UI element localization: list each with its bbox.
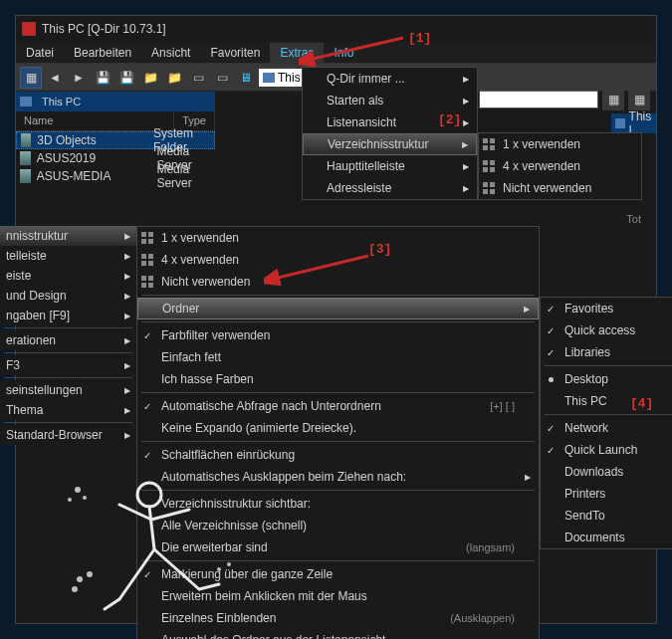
annotation-4: [4]: [630, 396, 653, 411]
menu-libraries[interactable]: ✓Libraries: [541, 341, 672, 363]
fwd-button[interactable]: ►: [68, 67, 90, 89]
menu-auswahl-ordner[interactable]: Auswahl des Ordner aus der Listenansicht: [137, 629, 539, 639]
check-icon: ✓: [547, 423, 555, 434]
r-btn-2[interactable]: ▦: [628, 89, 650, 110]
menu-ansicht[interactable]: Ansicht: [141, 43, 200, 63]
menu-verzeichnisstruktur[interactable]: Verzeichnisstruktur▶: [303, 133, 477, 155]
menu-separator: [141, 392, 535, 393]
menu-separator: [141, 490, 535, 491]
menu-ordner[interactable]: Ordner▶: [137, 298, 539, 320]
menu-nicht-verwenden[interactable]: Nicht verwenden: [479, 177, 641, 199]
menu-farbfilter[interactable]: ✓Farbfilter verwenden: [137, 324, 539, 346]
app2-button[interactable]: ▭: [211, 67, 233, 89]
menu-desktop[interactable]: Desktop: [541, 368, 672, 390]
chevron-right-icon: ▶: [124, 406, 130, 415]
menu-favoriten[interactable]: Favoriten: [200, 43, 270, 63]
menu-markierung[interactable]: ✓Markierung über die ganze Zeile: [137, 563, 539, 585]
menu-1x-verwenden-2[interactable]: 1 x verwenden: [137, 227, 539, 249]
ls-browser[interactable]: Standard-Browser▶: [0, 425, 136, 445]
menu-keine-expando[interactable]: Keine Expando (animierte Dreiecke).: [137, 417, 539, 439]
menu-quick-access[interactable]: ✓Quick access: [541, 320, 672, 341]
r-btn-1[interactable]: ▦: [602, 89, 624, 110]
menu-erweiterbar[interactable]: Die erweiterbar sind(langsam): [137, 536, 539, 558]
menu-haupttitelleiste[interactable]: Haupttitelleiste▶: [303, 155, 477, 177]
menu-bearbeiten[interactable]: Bearbeiten: [64, 43, 141, 63]
grid-icon: [141, 276, 153, 288]
tab-this-pc[interactable]: This PC: [36, 94, 87, 109]
tab-pc-icon: [20, 97, 32, 106]
menu-separator: [545, 414, 672, 415]
file-row[interactable]: ASUS-MEDIA Media Server: [16, 167, 215, 185]
menu-einzelnes[interactable]: Einzelnes Einblenden(Ausklappen): [137, 607, 539, 629]
menu-qdir-immer[interactable]: Q-Dir immer ...▶: [303, 68, 477, 90]
menu-downloads[interactable]: Downloads: [541, 461, 672, 483]
extras-menu: Q-Dir immer ...▶ Starten als▶ Listenansi…: [302, 67, 478, 200]
ls-eiste[interactable]: eiste▶: [0, 266, 136, 286]
menu-separator: [4, 327, 132, 328]
chevron-right-icon: ▶: [124, 431, 130, 440]
menu-auto-ausklappen[interactable]: Automatisches Ausklappen beim Ziehen nac…: [137, 466, 539, 488]
disk-button[interactable]: 💾: [92, 67, 113, 89]
menu-separator: [4, 352, 132, 353]
menu-documents[interactable]: Documents: [541, 527, 672, 548]
folder2-button[interactable]: 📁: [163, 67, 185, 89]
menu-separator: [141, 560, 535, 561]
check-icon: ✓: [547, 304, 555, 315]
menu-erweitern-klick[interactable]: Erweitern beim Anklicken mit der Maus: [137, 585, 539, 607]
verzeichnis-submenu: 1 x verwenden 4 x verwenden Nicht verwen…: [478, 132, 642, 200]
menu-network[interactable]: ✓Network: [541, 417, 672, 439]
ls-nnisstruktur[interactable]: nnisstruktur▶: [0, 226, 136, 246]
ls-f3[interactable]: F3▶: [0, 355, 136, 375]
chevron-right-icon: ▶: [124, 272, 130, 281]
grid-icon: [141, 232, 153, 244]
ls-seinstellungen[interactable]: seinstellungen▶: [0, 380, 136, 400]
menu-schaltflachen[interactable]: ✓Schaltflächen einrückung: [137, 444, 539, 466]
chevron-right-icon: ▶: [525, 473, 531, 482]
menu-verz-sichtbar: Verzeichnisstruktur sichtbar:: [137, 493, 539, 515]
radio-icon: [549, 377, 554, 382]
app-button[interactable]: ▭: [187, 67, 209, 89]
menu-einfach-fett[interactable]: Einfach fett: [137, 346, 539, 368]
folder-button[interactable]: 📁: [139, 67, 161, 89]
chevron-right-icon: ▶: [524, 305, 530, 314]
check-icon: ✓: [547, 325, 555, 336]
arrow-1: [299, 30, 408, 70]
check-icon: ✓: [547, 347, 555, 358]
back-button[interactable]: ◄: [44, 67, 66, 89]
tab-pc-icon: [615, 118, 625, 128]
grid-icon: [483, 138, 495, 150]
left-partial-menu: nnisstruktur▶ telleiste▶ eiste▶ und Desi…: [0, 226, 136, 445]
layout-button[interactable]: ▦: [20, 67, 42, 89]
combo-box[interactable]: [479, 91, 598, 108]
grid-icon: [483, 182, 495, 194]
grid-icon: [483, 160, 495, 172]
monitor-button[interactable]: 🖥: [235, 67, 257, 89]
file-list: 3D Objects System Folder ASUS2019 Media …: [16, 131, 215, 185]
ls-ngaben[interactable]: ngaben [F9]▶: [0, 306, 136, 325]
menu-printers[interactable]: Printers: [541, 483, 672, 505]
col-name[interactable]: Name: [16, 111, 174, 130]
menu-separator: [545, 365, 672, 366]
window-title: This PC [Q-Dir 10.73.1]: [42, 22, 166, 36]
menu-alle-verz[interactable]: Alle Verzeichnisse (schnell): [137, 515, 539, 536]
disk2-button[interactable]: 💾: [115, 67, 137, 89]
ls-telleiste[interactable]: telleiste▶: [0, 246, 136, 266]
ls-design[interactable]: und Design▶: [0, 286, 136, 306]
chevron-right-icon: ▶: [124, 232, 130, 241]
menu-hasse-farben[interactable]: Ich hasse Farben: [137, 368, 539, 390]
menu-quick-launch[interactable]: ✓Quick Launch: [541, 439, 672, 461]
chevron-right-icon: ▶: [463, 118, 469, 127]
chevron-right-icon: ▶: [463, 75, 469, 84]
menu-sendto[interactable]: SendTo: [541, 505, 672, 527]
ls-erationen[interactable]: erationen▶: [0, 330, 136, 350]
menu-starten-als[interactable]: Starten als▶: [303, 90, 477, 111]
menu-auto-abfrage[interactable]: ✓Automatische Abfrage nach Unterordnern[…: [137, 395, 539, 417]
svg-line-0: [309, 38, 403, 60]
menu-datei[interactable]: Datei: [16, 43, 64, 63]
ls-thema[interactable]: Thema▶: [0, 400, 136, 420]
menu-favorites[interactable]: ✓Favorites: [541, 298, 672, 320]
menu-adressleiste[interactable]: Adressleiste▶: [303, 177, 477, 199]
menu-1x-verwenden[interactable]: 1 x verwenden: [479, 133, 641, 155]
tab-strip-right: This I: [611, 113, 656, 133]
menu-4x-verwenden[interactable]: 4 x verwenden: [479, 155, 641, 177]
